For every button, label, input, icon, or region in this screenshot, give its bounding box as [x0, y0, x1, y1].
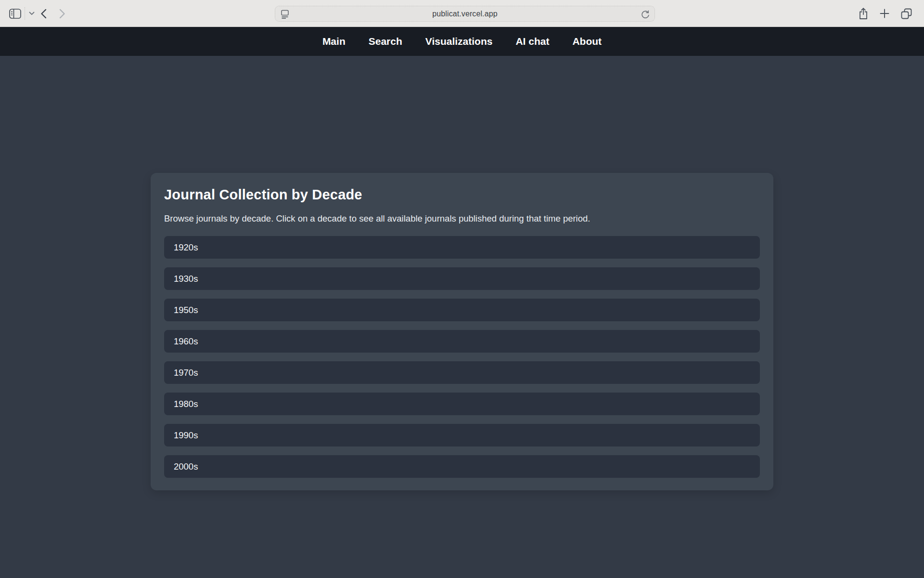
new-tab-icon[interactable]	[880, 9, 889, 18]
back-icon[interactable]	[40, 9, 47, 19]
decade-button-1950s[interactable]: 1950s	[164, 299, 760, 321]
nav-item-ai-chat[interactable]: AI chat	[513, 34, 552, 49]
decade-button-1930s[interactable]: 1930s	[164, 267, 760, 290]
decade-button-1990s[interactable]: 1990s	[164, 424, 760, 447]
tab-overview-icon[interactable]	[900, 8, 912, 20]
nav-item-search[interactable]: Search	[366, 34, 405, 49]
reload-icon[interactable]	[641, 9, 650, 19]
toolbar-divider	[25, 7, 25, 20]
url-text: publicat.vercel.app	[275, 10, 654, 18]
nav-item-about[interactable]: About	[569, 34, 604, 49]
decade-button-1970s[interactable]: 1970s	[164, 361, 760, 384]
sidebar-chevron-down-icon[interactable]	[29, 12, 35, 15]
decade-button-2000s[interactable]: 2000s	[164, 455, 760, 478]
decade-button-1980s[interactable]: 1980s	[164, 393, 760, 415]
page-settings-icon[interactable]	[281, 10, 289, 19]
nav-item-main[interactable]: Main	[320, 34, 348, 49]
browser-toolbar: publicat.vercel.app	[0, 0, 924, 27]
page-description: Browse journals by decade. Click on a de…	[164, 213, 760, 224]
decade-button-1960s[interactable]: 1960s	[164, 330, 760, 353]
address-bar[interactable]: publicat.vercel.app	[275, 6, 655, 22]
toolbar-right-controls	[858, 0, 912, 27]
site-navbar: Main Search Visualizations AI chat About	[0, 27, 924, 56]
decade-list: 1920s 1930s 1950s 1960s 1970s 1980s 1990…	[164, 236, 760, 478]
decade-button-1920s[interactable]: 1920s	[164, 236, 760, 259]
sidebar-toggle-icon[interactable]	[9, 8, 22, 20]
forward-icon[interactable]	[59, 9, 65, 19]
share-icon[interactable]	[858, 7, 869, 20]
page-title: Journal Collection by Decade	[164, 173, 760, 203]
toolbar-left-controls	[9, 0, 65, 27]
nav-item-visualizations[interactable]: Visualizations	[423, 34, 496, 49]
journal-collection-card: Journal Collection by Decade Browse jour…	[151, 173, 773, 490]
